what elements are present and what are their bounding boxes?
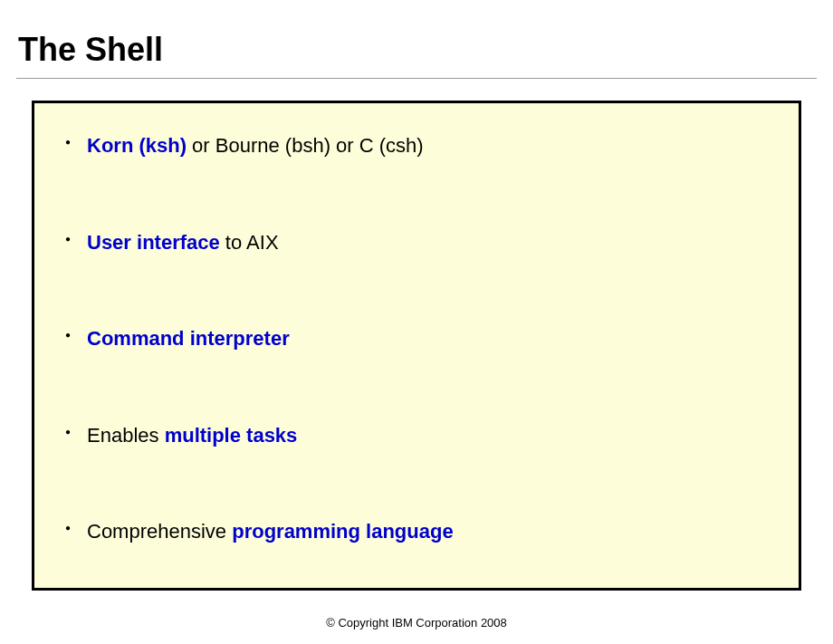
bullet-list: Korn (ksh) or Bourne (bsh) or C (csh) Us… bbox=[65, 120, 768, 559]
highlight-text: multiple tasks bbox=[165, 424, 298, 447]
plain-text: Enables bbox=[87, 424, 165, 447]
title-divider bbox=[16, 78, 817, 79]
highlight-text: Command interpreter bbox=[87, 327, 290, 350]
plain-text: or Bourne (bsh) or C (csh) bbox=[187, 134, 424, 157]
plain-text: to AIX bbox=[220, 231, 279, 254]
content-box: Korn (ksh) or Bourne (bsh) or C (csh) Us… bbox=[32, 101, 801, 591]
bullet-item: Command interpreter bbox=[65, 312, 768, 366]
plain-text: Comprehensive bbox=[87, 520, 232, 543]
copyright-text: © Copyright IBM Corporation 2008 bbox=[0, 616, 833, 630]
bullet-item: Comprehensive programming language bbox=[65, 505, 768, 559]
bullet-item: Enables multiple tasks bbox=[65, 409, 768, 463]
highlight-text: User interface bbox=[87, 231, 220, 254]
bullet-item: User interface to AIX bbox=[65, 216, 768, 270]
bullet-item: Korn (ksh) or Bourne (bsh) or C (csh) bbox=[65, 120, 768, 173]
highlight-text: programming language bbox=[232, 520, 453, 543]
slide-title: The Shell bbox=[0, 0, 833, 78]
highlight-text: Korn (ksh) bbox=[87, 134, 187, 157]
